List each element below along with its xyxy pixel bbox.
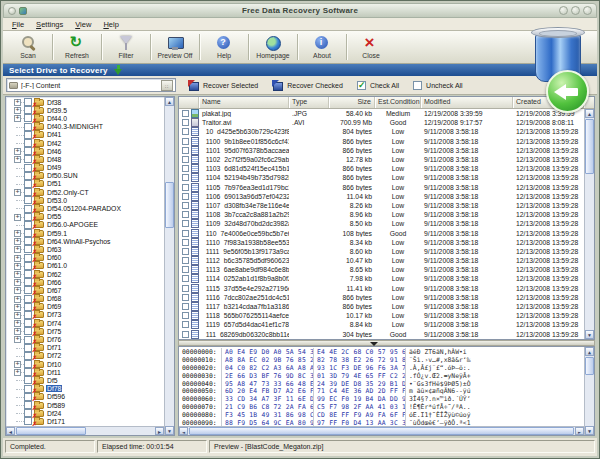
tree-checkbox[interactable] [24,188,32,196]
tree-vertical-scrollbar[interactable]: ▲ ▼ [164,97,174,435]
menu-item-file[interactable]: File [6,19,30,30]
table-row[interactable]: _1114_0252ab1d1f8b9a8b0f2...7.98 kbLow9/… [179,274,584,283]
row-checkbox[interactable] [182,110,189,117]
hex-horizontal-scrollbar[interactable]: ◄ ► [179,426,584,435]
row-checkbox[interactable] [182,285,189,292]
column-header-size[interactable]: Size [329,97,375,108]
scroll-down-arrow[interactable]: ▼ [585,426,594,435]
tree-checkbox[interactable] [24,114,32,122]
table-row[interactable]: _1100_9b1b8ee01f856c6cf41...866 bytesLow… [179,137,584,146]
tree-checkbox[interactable] [24,303,32,311]
menu-item-view[interactable]: View [69,19,97,30]
row-checkbox[interactable] [182,193,189,200]
tree-checkbox[interactable] [24,417,32,425]
minimize-button[interactable] [559,6,568,15]
table-row[interactable]: _1119_657d5d4dac41ef1c78c...8.84 kbLow9/… [179,320,584,329]
hex-vertical-scrollbar[interactable]: ▲ ▼ [584,347,594,435]
table-row[interactable]: _1108_3b7cca2c8a881a2b29...8.96 kbLow9/1… [179,210,584,219]
table-row[interactable]: _1104_52194b49b735d7982b3...866 bytesLow… [179,173,584,182]
table-row[interactable]: _110_7e4006e0ce59bc5b7e6...108 bytesGood… [179,228,584,237]
expand-plus-icon[interactable]: + [14,304,21,311]
tree-checkbox[interactable] [24,213,32,221]
scroll-down-arrow[interactable]: ▼ [165,426,174,435]
row-checkbox[interactable] [182,119,189,126]
tree-checkbox[interactable] [24,131,32,139]
expand-plus-icon[interactable]: + [14,361,21,368]
tree-checkbox[interactable] [24,164,32,172]
expand-plus-icon[interactable]: + [14,320,21,327]
tree-checkbox[interactable] [24,344,32,352]
tree-checkbox[interactable] [24,311,32,319]
row-checkbox[interactable] [182,128,189,135]
drive-combo-button[interactable]: ∷ [161,80,173,91]
drive-combo[interactable]: [-F-] Content ∷ [6,78,176,92]
tree-checkbox[interactable] [24,336,32,344]
scan-button[interactable]: Scan [5,32,51,62]
expand-plus-icon[interactable]: + [14,279,21,286]
tree-checkbox[interactable] [24,278,32,286]
expand-plus-icon[interactable]: + [14,263,21,270]
row-checkbox[interactable] [182,202,189,209]
table-row[interactable]: _1103_6d81d524f15ec415b14...866 bytesLow… [179,164,584,173]
tree-checkbox[interactable] [24,327,32,335]
scroll-left-arrow[interactable]: ◄ [6,427,15,435]
tree-checkbox[interactable] [24,393,32,401]
tree-checkbox[interactable] [24,401,32,409]
scroll-left-arrow[interactable]: ◄ [179,427,188,435]
uncheck-all-button[interactable]: Uncheck All [413,81,463,90]
close-button[interactable]: Close [348,32,394,62]
maximize-button[interactable] [571,6,580,15]
tree-checkbox[interactable] [24,155,32,163]
back-button[interactable] [546,70,589,113]
row-checkbox[interactable] [182,266,189,273]
tree-checkbox[interactable] [24,295,32,303]
tree-checkbox[interactable] [24,196,32,204]
expand-plus-icon[interactable]: + [14,115,21,122]
row-checkbox[interactable] [182,138,189,145]
row-checkbox[interactable] [182,165,189,172]
row-checkbox[interactable] [182,294,189,301]
scroll-up-arrow[interactable]: ▲ [585,347,594,356]
tree-checkbox[interactable] [24,172,32,180]
table-row[interactable]: _1101_95d07f6378b5accaea1...866 bytesLow… [179,146,584,155]
expand-plus-icon[interactable]: + [14,369,21,376]
scroll-up-arrow[interactable]: ▲ [585,109,594,118]
tree-checkbox[interactable] [24,106,32,114]
row-checkbox[interactable] [182,230,189,237]
close-window-button[interactable] [583,6,592,15]
scroll-thumb[interactable] [16,427,86,435]
recover-selected-button[interactable]: Recover Selected [188,80,258,91]
expand-plus-icon[interactable]: + [14,156,21,163]
row-checkbox[interactable] [182,312,189,319]
expand-plus-icon[interactable]: + [14,107,21,114]
table-row[interactable]: Traitor.avi.AVI700.99 MbGood12/19/2008 9… [179,118,584,127]
row-checkbox[interactable] [182,321,189,328]
tree-checkbox[interactable] [24,352,32,360]
expand-plus-icon[interactable]: + [14,99,21,106]
tree-checkbox[interactable] [24,237,32,245]
tree-checkbox[interactable] [24,98,32,106]
tree-checkbox[interactable] [24,254,32,262]
table-row[interactable]: _1117_b3214cdaa7fb1a3186e...866 bytesLow… [179,302,584,311]
tree-checkbox[interactable] [24,205,32,213]
tree-checkbox[interactable] [24,229,32,237]
scroll-thumb[interactable] [189,427,574,435]
table-row[interactable]: _1111_9e56f05b13f9173a9ca...8.60 kbLow9/… [179,247,584,256]
tree-checkbox[interactable] [24,360,32,368]
column-header-type[interactable]: Type [289,97,329,108]
expand-plus-icon[interactable]: + [14,214,21,221]
row-checkbox[interactable] [182,220,189,227]
table-row[interactable]: _10_d425e5b630b729c423f8...804 bytesLow9… [179,127,584,136]
table-row[interactable]: _1115_37d55e4e292a27196e...11.41 kbLow9/… [179,284,584,293]
table-row[interactable]: _1109_32d48d70bd2dc3982a...8.50 kbLow9/1… [179,219,584,228]
scroll-right-arrow[interactable]: ► [575,427,584,435]
expand-plus-icon[interactable]: + [14,287,21,294]
tree-checkbox[interactable] [24,180,32,188]
row-checkbox[interactable] [182,239,189,246]
scroll-thumb[interactable] [165,182,174,228]
table-row[interactable]: _1113_6ae8abe9df984c6e8be...8.65 kbLow9/… [179,265,584,274]
column-header-name[interactable]: Name [199,97,289,108]
row-checkbox[interactable] [182,184,189,191]
row-checkbox[interactable] [182,331,189,338]
scroll-down-arrow[interactable]: ▼ [585,330,594,339]
